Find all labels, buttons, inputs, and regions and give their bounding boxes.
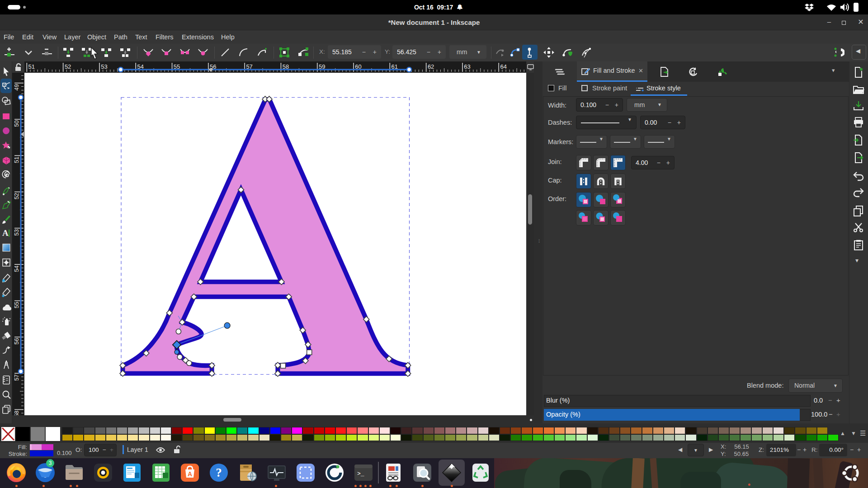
svg-text:A: A [188, 470, 192, 478]
svg-text:52: 52 [13, 193, 20, 199]
svg-text:51: 51 [28, 63, 35, 70]
svg-text:55: 55 [13, 302, 20, 308]
svg-text:63: 63 [464, 63, 470, 70]
svg-text:57: 57 [13, 374, 20, 380]
svg-text:A: A [2, 228, 9, 238]
svg-text:49: 49 [13, 84, 20, 90]
svg-text:58: 58 [13, 411, 20, 415]
svg-text:51: 51 [13, 157, 20, 163]
svg-text:50: 50 [13, 120, 20, 127]
svg-text:64: 64 [500, 63, 507, 70]
svg-text:>_: >_ [357, 470, 364, 477]
svg-text:53: 53 [101, 63, 107, 70]
svg-text:?: ? [216, 466, 222, 479]
svg-text:62: 62 [428, 63, 434, 70]
svg-text:52: 52 [65, 63, 71, 70]
svg-text:53: 53 [13, 229, 20, 235]
svg-text:56: 56 [13, 338, 20, 344]
svg-text:54: 54 [13, 266, 20, 272]
